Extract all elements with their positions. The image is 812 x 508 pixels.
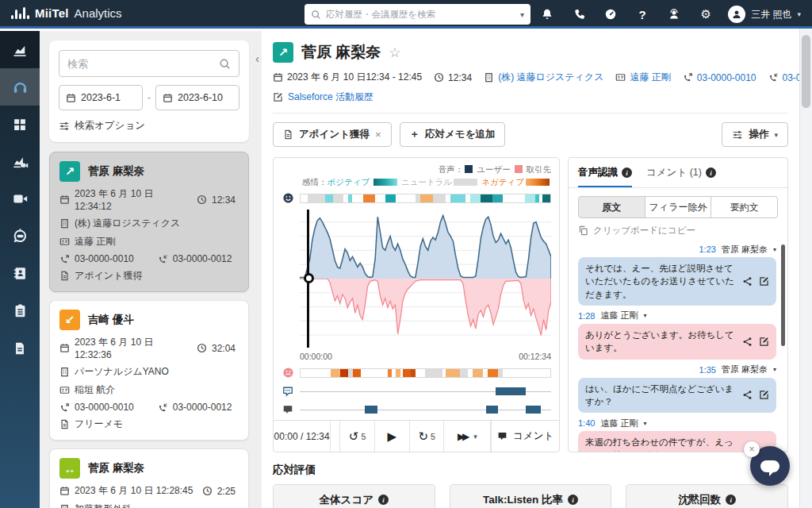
info-icon[interactable]: i xyxy=(378,495,389,505)
dashboard-button[interactable] xyxy=(595,0,626,29)
message-timestamp[interactable]: 1:23 xyxy=(699,244,716,254)
search-options-link[interactable]: 検索オプション xyxy=(59,119,239,133)
dialer-button[interactable] xyxy=(563,0,595,29)
info-icon[interactable]: i xyxy=(622,167,632,178)
share-icon[interactable] xyxy=(742,337,753,347)
share-icon[interactable] xyxy=(742,390,753,400)
contact-card-icon xyxy=(59,237,70,247)
message-menu-icon[interactable]: ▾ xyxy=(643,420,646,427)
notifications-button[interactable] xyxy=(531,0,563,29)
call-list-item[interactable]: ↗ 菅原 麻梨奈 2023 年 6 月 10 日 12:34:12 12:34 … xyxy=(49,152,249,292)
phone-from-link[interactable]: 03-0000-0010 xyxy=(697,72,756,83)
tab-comments[interactable]: コメント (1)i xyxy=(646,166,716,187)
playback-speed-button[interactable]: ▶▶ ▾ xyxy=(444,421,491,452)
page-scrollbar-thumb[interactable] xyxy=(802,35,810,108)
message-timestamp[interactable]: 1:40 xyxy=(578,418,595,428)
client-sentiment-strip[interactable] xyxy=(300,368,551,378)
playhead-handle[interactable] xyxy=(304,273,314,283)
question-icon: ? xyxy=(639,8,646,21)
call-list-item[interactable]: ↙ 吉崎 優斗 2023 年 6 月 10 日 12:32:36 32:04 パ… xyxy=(49,300,249,441)
miitel-analytics-app: MiiTel Analytics ▾ ? ⚙ 三井 照也 ▾ xyxy=(0,0,812,508)
tab-speech-recognition[interactable]: 音声認識i xyxy=(578,166,632,187)
phone-incoming-icon xyxy=(158,254,168,264)
transcript-scrollbar[interactable] xyxy=(781,244,785,346)
search-icon xyxy=(219,58,231,70)
contact-link[interactable]: 遠藤 正剛 xyxy=(630,71,670,84)
transcript-message: 1:23 菅原 麻梨奈 ▾ それでは、えー、先ほど説明させていただいたものをお送… xyxy=(578,244,776,306)
view-summary[interactable]: 要約文 xyxy=(710,196,778,218)
copy-icon xyxy=(578,225,588,236)
play-button[interactable]: ▶ xyxy=(375,421,410,452)
date-range: 2023-6-1 - 2023-6-10 xyxy=(59,85,239,110)
comment-button[interactable]: コメント xyxy=(491,421,559,452)
share-icon[interactable] xyxy=(742,276,753,287)
crm-activity-link[interactable]: Salseforce 活動履歴 xyxy=(288,90,373,104)
memo-tag[interactable]: アポイント獲得 × xyxy=(273,122,392,147)
playhead[interactable] xyxy=(307,210,309,348)
add-memo-button[interactable]: ＋ 応対メモを追加 xyxy=(400,122,506,147)
topbar-actions: ? ⚙ 三井 照也 ▾ xyxy=(531,0,807,29)
sidebar-item-app-grid[interactable] xyxy=(0,106,40,143)
chat-widget-close-button[interactable]: × xyxy=(744,441,760,457)
global-search-input[interactable] xyxy=(326,10,515,19)
company-link[interactable]: (株) 遠藤ロジスティクス xyxy=(498,71,603,84)
sidebar-item-documents[interactable] xyxy=(0,329,40,367)
message-bubble: それでは、えー、先ほど説明させていただいたものをお送りさせていただきます。 xyxy=(578,257,776,306)
phone-from: 03-0000-0010 xyxy=(75,402,134,413)
forward-5-button[interactable]: ↻5 xyxy=(410,421,445,452)
message-menu-icon[interactable]: ▾ xyxy=(643,312,646,319)
message-timestamp[interactable]: 1:28 xyxy=(578,311,595,321)
comment-icon xyxy=(497,431,508,441)
info-icon[interactable]: i xyxy=(706,167,716,178)
edit-icon[interactable] xyxy=(759,276,769,287)
calendar-icon xyxy=(59,343,70,353)
app-logo[interactable]: MiiTel Analytics xyxy=(0,6,133,20)
search-scope-chevron-icon[interactable]: ▾ xyxy=(520,10,524,19)
user-menu[interactable]: 三井 照也 ▾ xyxy=(722,6,807,23)
message-menu-icon[interactable]: ▾ xyxy=(773,366,776,373)
call-memo: フリーメモ xyxy=(75,418,123,431)
date-to-input[interactable]: 2023-6-10 xyxy=(155,85,239,110)
copy-label: クリップボードにコピー xyxy=(593,225,695,237)
collapse-panel-button[interactable]: ‹ xyxy=(255,52,259,65)
copy-to-clipboard[interactable]: クリップボードにコピー xyxy=(578,225,778,237)
date-from-input[interactable]: 2023-6-1 xyxy=(59,85,143,110)
sidebar-item-ai-assistant[interactable] xyxy=(0,217,40,255)
message-menu-icon[interactable]: ▾ xyxy=(773,246,776,253)
transcript-messages[interactable]: 1:23 菅原 麻梨奈 ▾ それでは、えー、先ほど説明させていただいたものをお送… xyxy=(569,242,787,452)
positive-swatch xyxy=(373,179,397,186)
client-comment-track[interactable] xyxy=(300,406,551,414)
edit-icon[interactable] xyxy=(759,337,769,347)
sidebar-item-contacts[interactable] xyxy=(0,255,40,292)
settings-button[interactable]: ⚙ xyxy=(690,0,722,29)
view-filler-removed[interactable]: フィラー除外 xyxy=(645,196,712,218)
sidebar-item-video-meetings[interactable] xyxy=(0,180,40,217)
edit-icon[interactable] xyxy=(759,390,769,400)
user-comment-track[interactable] xyxy=(300,387,551,395)
user-sentiment-strip[interactable] xyxy=(300,194,551,203)
call-list-panel: ‹ 2023-6-1 - 2023-6-10 検索オプション xyxy=(40,31,262,508)
call-list-item[interactable]: ↔ 菅原 麻梨奈 2023 年 6 月 10 日 12:28:45 2:25 加… xyxy=(49,448,249,508)
internal-call-icon: ↔ xyxy=(59,458,80,479)
help-button[interactable]: ? xyxy=(626,0,658,29)
page-scrollbar[interactable] xyxy=(799,29,812,508)
sidebar-item-meeting-analytics[interactable] xyxy=(0,143,40,180)
waveform[interactable] xyxy=(300,208,551,349)
call-detail: ↗ 菅原 麻梨奈 ☆ 2023 年 6 月 10 日12:34 - 12:45 … xyxy=(262,31,799,508)
sidebar-item-tasks[interactable] xyxy=(0,292,40,329)
remove-tag-icon[interactable]: × xyxy=(375,129,381,140)
phone-outgoing-icon xyxy=(683,72,693,83)
view-original[interactable]: 原文 xyxy=(578,196,645,218)
support-button[interactable] xyxy=(658,0,690,29)
info-icon[interactable]: i xyxy=(568,495,578,505)
actions-dropdown[interactable]: 操作 ▾ xyxy=(722,122,788,147)
fast-forward-icon: ▶▶ xyxy=(458,431,467,442)
rewind-5-button[interactable]: ↺5 xyxy=(340,421,375,452)
favorite-star-button[interactable]: ☆ xyxy=(389,44,400,61)
message-timestamp[interactable]: 1:35 xyxy=(699,365,716,375)
sidebar-item-call-history[interactable] xyxy=(0,68,40,106)
list-search-input[interactable] xyxy=(67,58,219,70)
voice-legend: 音声： ユーザー 取引先 xyxy=(282,163,551,175)
info-icon[interactable]: i xyxy=(726,495,736,505)
sidebar-item-analytics[interactable] xyxy=(0,31,40,68)
